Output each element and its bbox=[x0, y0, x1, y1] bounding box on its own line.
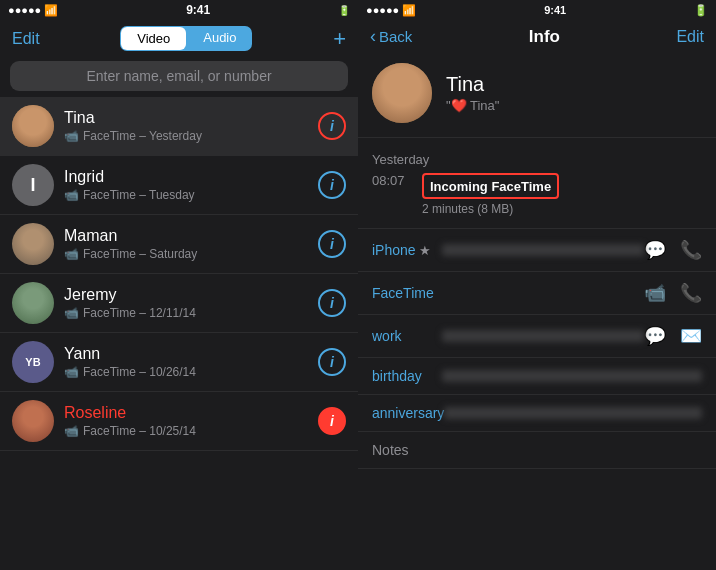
video-icon-ingrid: 📹 bbox=[64, 188, 79, 202]
call-time: 08:07 bbox=[372, 173, 410, 188]
right-panel-title: Info bbox=[529, 27, 560, 47]
video-icon-tina: 📹 bbox=[64, 129, 79, 143]
avatar-tina bbox=[12, 105, 54, 147]
info-row-notes: Notes bbox=[358, 432, 716, 469]
call-type: Incoming FaceTime bbox=[430, 179, 551, 194]
contact-header: Tina "❤️ Tina" bbox=[358, 53, 716, 138]
right-nav: ‹ Back Info Edit bbox=[358, 20, 716, 53]
contact-sub-roseline: 📹 FaceTime – 10/25/14 bbox=[64, 424, 318, 438]
left-status-bar: ●●●●● 📶 9:41 🔋 bbox=[0, 0, 358, 20]
iphone-value-blurred bbox=[442, 244, 644, 256]
contact-sub-jeremy: 📹 FaceTime – 12/11/14 bbox=[64, 306, 318, 320]
contact-name-tina: Tina bbox=[64, 109, 318, 127]
info-section: Yesterday 08:07 Incoming FaceTime 2 minu… bbox=[358, 138, 716, 570]
info-row-work: work 💬 ✉️ bbox=[358, 315, 716, 358]
contact-header-nickname: "❤️ Tina" bbox=[446, 98, 499, 113]
call-duration: 2 minutes (8 MB) bbox=[422, 202, 559, 216]
video-icon-yann: 📹 bbox=[64, 365, 79, 379]
video-icon-maman: 📹 bbox=[64, 247, 79, 261]
segment-control: Video Audio bbox=[120, 26, 252, 51]
video-icon[interactable]: 📹 bbox=[644, 282, 666, 304]
info-btn-ingrid[interactable]: i bbox=[318, 171, 346, 199]
left-top-nav: Edit Video Audio + bbox=[0, 20, 358, 57]
work-value-blurred bbox=[442, 330, 644, 342]
left-time: 9:41 bbox=[186, 3, 210, 17]
mail-icon[interactable]: ✉️ bbox=[680, 325, 702, 347]
avatar-jeremy bbox=[12, 282, 54, 324]
back-button[interactable]: ‹ Back bbox=[370, 26, 412, 47]
info-row-facetime: FaceTime 📹 📞 bbox=[358, 272, 716, 315]
right-edit-button[interactable]: Edit bbox=[676, 28, 704, 46]
facetime-label: FaceTime bbox=[372, 285, 442, 301]
iphone-label: iPhone ★ bbox=[372, 242, 442, 258]
right-time: 9:41 bbox=[544, 4, 566, 16]
edit-button[interactable]: Edit bbox=[12, 30, 40, 48]
big-avatar-tina bbox=[372, 63, 432, 123]
contact-name-ingrid: Ingrid bbox=[64, 168, 318, 186]
call-detail: Incoming FaceTime 2 minutes (8 MB) bbox=[422, 173, 559, 216]
info-row-birthday: birthday bbox=[358, 358, 716, 395]
contact-sub-tina: 📹 FaceTime – Yesterday bbox=[64, 129, 318, 143]
call-type-box: Incoming FaceTime bbox=[422, 173, 559, 199]
iphone-icons: 💬 📞 bbox=[644, 239, 702, 261]
contact-header-info: Tina "❤️ Tina" bbox=[446, 73, 499, 113]
right-panel: ●●●●● 📶 9:41 🔋 ‹ Back Info Edit Tina "❤️… bbox=[358, 0, 716, 570]
contact-info-yann: Yann 📹 FaceTime – 10/26/14 bbox=[64, 345, 318, 379]
contact-sub-ingrid: 📹 FaceTime – Tuesday bbox=[64, 188, 318, 202]
info-btn-maman[interactable]: i bbox=[318, 230, 346, 258]
audio-tab[interactable]: Audio bbox=[187, 26, 252, 51]
back-chevron-icon: ‹ bbox=[370, 26, 376, 47]
contact-name-maman: Maman bbox=[64, 227, 318, 245]
right-battery: 🔋 bbox=[694, 4, 708, 17]
anniversary-label: anniversary bbox=[372, 405, 444, 421]
info-btn-jeremy[interactable]: i bbox=[318, 289, 346, 317]
contact-item-tina[interactable]: Tina 📹 FaceTime – Yesterday i bbox=[0, 97, 358, 156]
contact-item-ingrid[interactable]: I Ingrid 📹 FaceTime – Tuesday i bbox=[0, 156, 358, 215]
birthday-label: birthday bbox=[372, 368, 442, 384]
contact-info-tina: Tina 📹 FaceTime – Yesterday bbox=[64, 109, 318, 143]
message-icon[interactable]: 💬 bbox=[644, 239, 666, 261]
info-btn-yann[interactable]: i bbox=[318, 348, 346, 376]
left-battery: 🔋 bbox=[338, 5, 350, 16]
work-icons: 💬 ✉️ bbox=[644, 325, 702, 347]
info-btn-tina[interactable]: i bbox=[318, 112, 346, 140]
contact-name-roseline: Roseline bbox=[64, 404, 318, 422]
search-bar[interactable]: Enter name, email, or number bbox=[10, 61, 348, 91]
phone-icon[interactable]: 📞 bbox=[680, 239, 702, 261]
contact-item-jeremy[interactable]: Jeremy 📹 FaceTime – 12/11/14 i bbox=[0, 274, 358, 333]
contact-name-jeremy: Jeremy bbox=[64, 286, 318, 304]
info-row-anniversary: anniversary bbox=[358, 395, 716, 432]
info-btn-roseline[interactable]: i bbox=[318, 407, 346, 435]
contact-sub-yann: 📹 FaceTime – 10/26/14 bbox=[64, 365, 318, 379]
anniversary-value-blurred bbox=[444, 407, 702, 419]
work-label: work bbox=[372, 328, 442, 344]
avatar-roseline bbox=[12, 400, 54, 442]
call-record-section: Yesterday 08:07 Incoming FaceTime 2 minu… bbox=[358, 138, 716, 229]
notes-label: Notes bbox=[372, 442, 442, 458]
left-panel: ●●●●● 📶 9:41 🔋 Edit Video Audio + Enter … bbox=[0, 0, 358, 570]
facetime-value bbox=[442, 287, 644, 299]
contact-item-yann[interactable]: YB Yann 📹 FaceTime – 10/26/14 i bbox=[0, 333, 358, 392]
call-date: Yesterday bbox=[358, 146, 716, 169]
contact-list: Tina 📹 FaceTime – Yesterday i I Ingrid 📹… bbox=[0, 97, 358, 570]
contact-info-jeremy: Jeremy 📹 FaceTime – 12/11/14 bbox=[64, 286, 318, 320]
info-row-iphone: iPhone ★ 💬 📞 bbox=[358, 229, 716, 272]
video-icon-jeremy: 📹 bbox=[64, 306, 79, 320]
right-status-bar: ●●●●● 📶 9:41 🔋 bbox=[358, 0, 716, 20]
birthday-value-blurred bbox=[442, 370, 702, 382]
avatar-ingrid: I bbox=[12, 164, 54, 206]
video-icon-roseline: 📹 bbox=[64, 424, 79, 438]
work-message-icon[interactable]: 💬 bbox=[644, 325, 666, 347]
contact-item-roseline[interactable]: Roseline 📹 FaceTime – 10/25/14 i bbox=[0, 392, 358, 451]
contact-item-maman[interactable]: Maman 📹 FaceTime – Saturday i bbox=[0, 215, 358, 274]
add-button[interactable]: + bbox=[333, 28, 346, 50]
contact-name-yann: Yann bbox=[64, 345, 318, 363]
contact-info-maman: Maman 📹 FaceTime – Saturday bbox=[64, 227, 318, 261]
facetime-phone-icon[interactable]: 📞 bbox=[680, 282, 702, 304]
left-signal: ●●●●● 📶 bbox=[8, 4, 58, 17]
call-record: 08:07 Incoming FaceTime 2 minutes (8 MB) bbox=[358, 169, 716, 220]
avatar-maman bbox=[12, 223, 54, 265]
contact-sub-maman: 📹 FaceTime – Saturday bbox=[64, 247, 318, 261]
video-tab[interactable]: Video bbox=[121, 27, 186, 50]
contact-header-name: Tina bbox=[446, 73, 499, 96]
